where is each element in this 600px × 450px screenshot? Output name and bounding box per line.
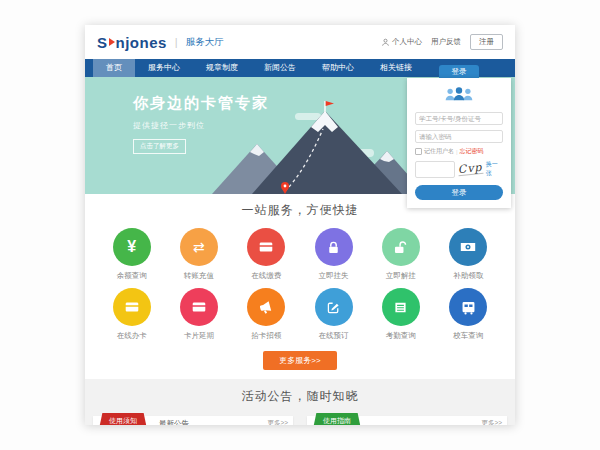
service-label: 立即挂失	[300, 271, 367, 281]
options-separator: |	[456, 149, 458, 155]
site-name: 服务大厅	[186, 36, 224, 49]
register-button[interactable]: 注册	[470, 34, 503, 50]
personal-center-link[interactable]: 个人中心	[381, 37, 422, 47]
logo-text-right: njones	[116, 34, 167, 51]
login-tab[interactable]: 登录	[439, 65, 479, 78]
service-label: 转账充值	[165, 271, 232, 281]
portal-page: S njones | 服务大厅 个人中心 用户反馈 注册 首页 服务中心 规章制…	[85, 25, 515, 425]
guide-more-link[interactable]: 更多>>	[481, 419, 502, 425]
nav-item-home[interactable]: 首页	[93, 59, 135, 77]
captcha-input[interactable]	[415, 161, 455, 178]
password-input[interactable]	[415, 130, 503, 143]
services-section: 一站服务，方便快捷 ¥ 余额查询 ⇄ 转账充值 在线缴费 立即挂失	[85, 194, 515, 370]
yen-icon: ¥	[113, 228, 151, 266]
bank-card-icon	[113, 288, 151, 326]
logo-text-left: S	[97, 34, 108, 51]
service-item-online-booking[interactable]: 在线预订	[300, 288, 367, 341]
login-options-row: 记住用户名 | 忘记密码	[415, 147, 503, 156]
login-box: 记住用户名 | 忘记密码 Cvp 换一张 登录	[407, 78, 511, 208]
service-item-balance[interactable]: ¥ 余额查询	[98, 228, 165, 281]
service-item-school-bus[interactable]: 校车查询	[434, 288, 501, 341]
remember-checkbox[interactable]	[415, 148, 422, 155]
bank-card-icon	[247, 228, 285, 266]
guide-panel-header: 使用指南 更多>>	[307, 416, 507, 425]
attendance-list-icon	[382, 288, 420, 326]
users-group-icon	[415, 85, 503, 107]
user-feedback-link[interactable]: 用户反馈	[431, 37, 461, 47]
megaphone-icon	[247, 288, 285, 326]
synjones-logo[interactable]: S njones	[97, 34, 167, 51]
service-label: 校车查询	[434, 331, 501, 341]
user-feedback-label: 用户反馈	[431, 37, 461, 47]
header-right: 个人中心 用户反馈 注册	[381, 34, 503, 50]
service-item-subsidy[interactable]: 补助领取	[434, 228, 501, 281]
service-item-apply-card[interactable]: 在线办卡	[98, 288, 165, 341]
notice-panel-header: 使用须知 最新公告 更多>>	[93, 416, 293, 425]
service-item-transfer[interactable]: ⇄ 转账充值	[165, 228, 232, 281]
login-submit-button[interactable]: 登录	[415, 185, 503, 200]
more-services-button[interactable]: 更多服务>>	[263, 351, 337, 370]
service-item-report-loss[interactable]: 立即挂失	[300, 228, 367, 281]
services-grid: ¥ 余额查询 ⇄ 转账充值 在线缴费 立即挂失	[98, 228, 502, 348]
captcha-row: Cvp 换一张	[415, 160, 503, 178]
unlock-icon	[382, 228, 420, 266]
edit-icon	[315, 288, 353, 326]
captcha-image: Cvp	[457, 162, 483, 176]
service-label: 考勤查询	[367, 331, 434, 341]
header-divider: |	[175, 36, 178, 48]
user-icon	[381, 38, 390, 47]
bus-icon	[449, 288, 487, 326]
notice-more-link[interactable]: 更多>>	[267, 419, 288, 425]
service-label: 在线办卡	[98, 331, 165, 341]
username-input[interactable]	[415, 112, 503, 125]
hero-title: 你身边的卡管专家	[133, 94, 269, 113]
service-item-card-extension[interactable]: 卡片延期	[165, 288, 232, 341]
service-label: 在线预订	[300, 331, 367, 341]
service-label: 补助领取	[434, 271, 501, 281]
nav-item-help[interactable]: 帮助中心	[309, 59, 367, 77]
hero-subtitle: 提供捷径一步到位	[133, 120, 269, 131]
personal-center-label: 个人中心	[392, 37, 422, 47]
guide-panel: 使用指南 更多>>	[307, 416, 507, 425]
user-guide-ribbon[interactable]: 使用指南	[313, 413, 361, 425]
remember-label: 记住用户名	[424, 147, 454, 156]
service-label: 在线缴费	[233, 271, 300, 281]
lock-icon	[315, 228, 353, 266]
transfer-arrows-icon: ⇄	[180, 228, 218, 266]
announcements-section: 活动公告，随时知晓 使用须知 最新公告 更多>> 使用指南 更多>>	[85, 379, 515, 425]
top-header: S njones | 服务大厅 个人中心 用户反馈 注册	[85, 25, 515, 59]
service-label: 余额查询	[98, 271, 165, 281]
latest-announcements-tab[interactable]: 最新公告	[159, 419, 189, 426]
service-item-found-card[interactable]: 拾卡招领	[233, 288, 300, 341]
login-panel: 登录 记住用户名 | 忘记密码	[407, 65, 511, 208]
nav-item-service-center[interactable]: 服务中心	[135, 59, 193, 77]
banknote-icon	[449, 228, 487, 266]
service-label: 卡片延期	[165, 331, 232, 341]
nav-item-rules[interactable]: 规章制度	[193, 59, 251, 77]
captcha-refresh-link[interactable]: 换一张	[486, 160, 503, 178]
logo-arrow-icon	[109, 38, 115, 46]
hero-text-block: 你身边的卡管专家 提供捷径一步到位 点击了解更多	[133, 94, 269, 154]
hero-cta-button[interactable]: 点击了解更多	[133, 139, 186, 154]
service-item-cancel-loss[interactable]: 立即解挂	[367, 228, 434, 281]
nav-item-news[interactable]: 新闻公告	[251, 59, 309, 77]
service-item-pay-online[interactable]: 在线缴费	[233, 228, 300, 281]
service-item-attendance[interactable]: 考勤查询	[367, 288, 434, 341]
service-label: 拾卡招领	[233, 331, 300, 341]
bank-card-icon	[180, 288, 218, 326]
usage-notice-ribbon[interactable]: 使用须知	[99, 413, 147, 425]
forgot-password-link[interactable]: 忘记密码	[460, 147, 484, 156]
announcement-panels: 使用须知 最新公告 更多>> 使用指南 更多>>	[93, 416, 507, 425]
announcements-title: 活动公告，随时知晓	[93, 388, 507, 405]
notice-panel: 使用须知 最新公告 更多>>	[93, 416, 293, 425]
service-label: 立即解挂	[367, 271, 434, 281]
